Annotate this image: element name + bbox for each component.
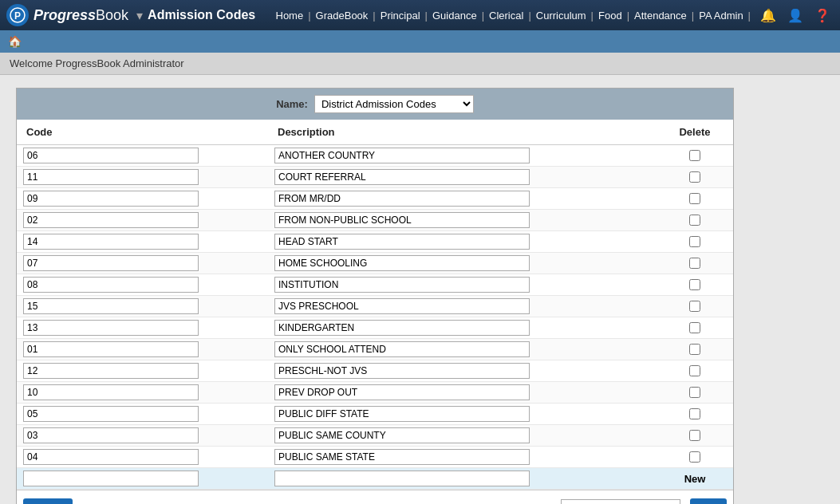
nav-icon-area: 🔔 👤 ❓ [757, 6, 834, 25]
desc-input-5[interactable] [274, 255, 530, 271]
go-button[interactable]: Go [690, 498, 727, 504]
nav-principal[interactable]: Principal [376, 10, 425, 22]
desc-cell-1 [274, 169, 663, 185]
code-cell-12 [23, 406, 274, 422]
desc-cell-9 [274, 341, 663, 357]
delete-cell-12 [663, 408, 727, 419]
new-code-input[interactable] [23, 471, 199, 486]
desc-cell-2 [274, 191, 663, 207]
desc-input-13[interactable] [274, 427, 530, 443]
welcome-bar: Welcome ProgressBook Administrator [0, 53, 840, 75]
new-desc-input[interactable] [274, 471, 530, 486]
delete-checkbox-1[interactable] [689, 171, 700, 183]
nav-gradebook[interactable]: GradeBook [311, 10, 373, 22]
delete-checkbox-14[interactable] [689, 451, 700, 463]
code-cell-6 [23, 277, 274, 293]
nav-pa-admin[interactable]: PA Admin [694, 10, 747, 22]
desc-input-7[interactable] [274, 298, 530, 314]
desc-input-14[interactable] [274, 449, 530, 465]
desc-input-10[interactable] [274, 363, 530, 379]
table-row [17, 167, 733, 188]
desc-cell-10 [274, 363, 663, 379]
nav-attendance[interactable]: Attendance [629, 10, 692, 22]
code-cell-10 [23, 363, 274, 379]
desc-input-6[interactable] [274, 277, 530, 293]
user-icon[interactable]: 👤 [784, 6, 806, 25]
delete-column-header: Delete [663, 123, 727, 141]
desc-cell-7 [274, 298, 663, 314]
code-input-11[interactable] [23, 384, 199, 400]
code-input-9[interactable] [23, 341, 199, 357]
table-row [17, 339, 733, 360]
nav-home[interactable]: Home [271, 10, 309, 22]
delete-checkbox-10[interactable] [689, 365, 700, 376]
delete-checkbox-5[interactable] [689, 258, 700, 269]
delete-checkbox-2[interactable] [689, 193, 700, 204]
code-cell-11 [23, 384, 274, 400]
delete-checkbox-0[interactable] [689, 150, 700, 161]
delete-checkbox-6[interactable] [689, 279, 700, 290]
code-input-5[interactable] [23, 255, 199, 271]
delete-checkbox-11[interactable] [689, 387, 700, 398]
delete-cell-3 [663, 215, 727, 226]
code-input-6[interactable] [23, 277, 199, 293]
table-row [17, 188, 733, 210]
desc-input-3[interactable] [274, 212, 530, 228]
code-cell-2 [23, 191, 274, 207]
name-select[interactable]: District Admission Codes Other List [314, 95, 474, 113]
table-row [17, 382, 733, 404]
brand-name: ProgressBook [34, 7, 128, 24]
admission-codes-table: Name: District Admission Codes Other Lis… [16, 88, 734, 504]
nav-clerical[interactable]: Clerical [484, 10, 528, 22]
code-cell-9 [23, 341, 274, 357]
code-input-12[interactable] [23, 406, 199, 422]
code-input-8[interactable] [23, 320, 199, 336]
new-code-cell [23, 471, 274, 486]
desc-cell-11 [274, 384, 663, 400]
delete-cell-0 [663, 150, 727, 161]
delete-checkbox-12[interactable] [689, 408, 700, 419]
desc-input-0[interactable] [274, 148, 530, 163]
code-cell-5 [23, 255, 274, 271]
brand-icon: P [6, 4, 29, 26]
delete-checkbox-3[interactable] [689, 215, 700, 226]
save-button[interactable]: Save [23, 498, 73, 504]
copy-to-new-list-input[interactable] [561, 499, 680, 504]
desc-cell-8 [274, 320, 663, 336]
delete-checkbox-7[interactable] [689, 301, 700, 312]
desc-input-4[interactable] [274, 234, 530, 250]
code-input-1[interactable] [23, 169, 199, 185]
nav-curriculum[interactable]: Curriculum [531, 10, 591, 22]
code-input-7[interactable] [23, 298, 199, 314]
notifications-icon[interactable]: 🔔 [757, 6, 779, 25]
code-input-10[interactable] [23, 363, 199, 379]
nav-links: Home | GradeBook | Principal | Guidance … [271, 10, 751, 22]
desc-input-11[interactable] [274, 384, 530, 400]
delete-cell-7 [663, 301, 727, 312]
desc-input-9[interactable] [274, 341, 530, 357]
delete-cell-10 [663, 365, 727, 376]
nav-guidance[interactable]: Guidance [428, 10, 482, 22]
home-icon[interactable]: 🏠 [8, 35, 22, 48]
code-cell-7 [23, 298, 274, 314]
code-input-4[interactable] [23, 234, 199, 250]
code-input-3[interactable] [23, 212, 199, 228]
code-input-2[interactable] [23, 191, 199, 207]
delete-checkbox-4[interactable] [689, 236, 700, 247]
delete-cell-9 [663, 344, 727, 355]
table-row [17, 231, 733, 253]
table-row [17, 447, 733, 468]
desc-input-8[interactable] [274, 320, 530, 336]
delete-checkbox-8[interactable] [689, 322, 700, 333]
nav-food[interactable]: Food [594, 10, 627, 22]
code-input-0[interactable] [23, 148, 199, 163]
desc-input-12[interactable] [274, 406, 530, 422]
help-icon[interactable]: ❓ [811, 6, 834, 25]
name-header-row: Name: District Admission Codes Other Lis… [17, 89, 733, 120]
desc-input-1[interactable] [274, 169, 530, 185]
delete-checkbox-9[interactable] [689, 344, 700, 355]
code-input-14[interactable] [23, 449, 199, 465]
delete-checkbox-13[interactable] [689, 430, 700, 441]
desc-input-2[interactable] [274, 191, 530, 207]
code-input-13[interactable] [23, 427, 199, 443]
